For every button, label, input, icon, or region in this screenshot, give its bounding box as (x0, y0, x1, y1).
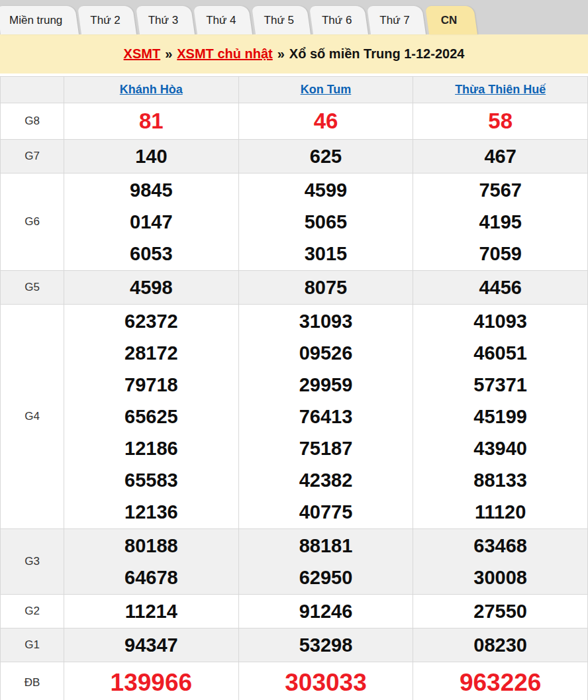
result-cell: 53298 (238, 628, 413, 662)
tab-thu-7[interactable]: Thứ 7 (368, 6, 420, 34)
result-number: 5065 (239, 206, 413, 238)
result-number: 76413 (239, 401, 413, 432)
tab-thu-2[interactable]: Thứ 2 (79, 6, 131, 34)
result-number: 28172 (64, 337, 238, 369)
result-number: 65583 (64, 464, 238, 496)
result-number: 4599 (239, 174, 413, 206)
result-number: 7059 (413, 238, 587, 270)
result-number: 4598 (64, 272, 238, 303)
result-cell: 46 (238, 103, 413, 140)
result-number: 41093 (413, 305, 587, 337)
result-cell: 6346830008 (413, 529, 588, 595)
prize-label: G8 (1, 103, 64, 140)
result-cell: 984501476053 (64, 174, 239, 271)
result-number: 63468 (413, 530, 587, 562)
result-number: 27550 (413, 595, 587, 627)
result-number: 75187 (239, 432, 413, 464)
result-cell: 91246 (238, 595, 413, 628)
result-number: 62372 (64, 305, 238, 337)
result-cell: 467 (413, 140, 588, 174)
result-number: 467 (413, 140, 587, 172)
tab-label: Miền trung (9, 14, 62, 27)
result-number: 46 (239, 105, 413, 137)
breadcrumb: XSMT»XSMT chủ nhật»Xổ số miền Trung 1-12… (0, 34, 588, 74)
tab-label: Thứ 3 (148, 14, 178, 27)
tab-thu-6[interactable]: Thứ 6 (311, 6, 363, 34)
prize-row-g8: G8814658 (1, 103, 588, 140)
results-table: Khánh HòaKon TumThừa Thiên Huế G8814658G… (0, 76, 588, 700)
result-cell: 4598 (64, 271, 239, 305)
result-number: 140 (64, 140, 238, 172)
result-cell: 459950653015 (238, 174, 413, 271)
result-cell: 625 (238, 140, 413, 174)
prize-row-g7: G7140625467 (1, 140, 588, 174)
result-number: 58 (413, 105, 587, 137)
results-body: G8814658G7140625467G69845014760534599506… (1, 103, 588, 700)
tab-bar: Miền trungThứ 2Thứ 3Thứ 4Thứ 5Thứ 6Thứ 7… (0, 0, 588, 34)
province-link[interactable]: Khánh Hòa (120, 83, 183, 96)
prize-row-g2: G2112149124627550 (1, 595, 588, 628)
breadcrumb-separator: » (277, 46, 285, 62)
breadcrumb-link[interactable]: XSMT (124, 46, 161, 62)
result-number: 09526 (239, 337, 413, 369)
tab-label: Thứ 2 (90, 14, 120, 27)
result-number: 64678 (64, 562, 238, 593)
tab-mien-trung[interactable]: Miền trung (0, 6, 74, 34)
result-cell: 8018864678 (64, 529, 239, 595)
prize-row-g5: G5459880754456 (1, 271, 588, 305)
result-number: 12136 (64, 496, 238, 528)
province-link[interactable]: Kon Tum (301, 83, 352, 96)
result-number: 46051 (413, 337, 587, 369)
prize-label: G2 (1, 595, 64, 628)
result-cell: 8818162950 (238, 529, 413, 595)
result-number: 30008 (413, 562, 587, 593)
result-cell: 303033 (238, 662, 413, 700)
result-cell: 11214 (64, 595, 239, 628)
prize-row-g4: G462372281727971865625121866558312136310… (1, 305, 588, 529)
prize-label: G4 (1, 305, 64, 529)
tab-cn[interactable]: CN (426, 6, 472, 34)
tab-thu-3[interactable]: Thứ 3 (137, 6, 189, 34)
province-header: Kon Tum (238, 77, 413, 103)
result-number: 08230 (413, 629, 587, 661)
result-cell: 81 (64, 103, 239, 140)
prize-label: ĐB (1, 662, 64, 700)
result-number: 29959 (239, 369, 413, 401)
result-number: 88133 (413, 464, 587, 496)
result-number: 65625 (64, 401, 238, 432)
result-number: 625 (239, 140, 413, 172)
tab-label: Thứ 4 (206, 14, 236, 27)
prize-label: G1 (1, 628, 64, 662)
result-number: 43940 (413, 432, 587, 464)
tab-label: CN (441, 14, 458, 27)
result-number: 11214 (64, 595, 238, 627)
result-cell: 08230 (413, 628, 588, 662)
result-number: 79718 (64, 369, 238, 401)
result-number: 91246 (239, 595, 413, 627)
result-number: 45199 (413, 401, 587, 432)
result-number: 31093 (239, 305, 413, 337)
province-header-row: Khánh HòaKon TumThừa Thiên Huế (1, 77, 588, 103)
result-cell: 94347 (64, 628, 239, 662)
result-number: 88181 (239, 530, 413, 562)
prize-row-g6: G6984501476053459950653015756741957059 (1, 174, 588, 271)
result-number: 3015 (239, 238, 413, 270)
tab-thu-5[interactable]: Thứ 5 (253, 6, 305, 34)
result-number: 9845 (64, 174, 238, 206)
tab-thu-4[interactable]: Thứ 4 (195, 6, 247, 34)
prize-row-g3: G3801886467888181629506346830008 (1, 529, 588, 595)
prize-row-g1: G1943475329808230 (1, 628, 588, 662)
page-title: Xổ số miền Trung 1-12-2024 (289, 46, 465, 62)
province-link[interactable]: Thừa Thiên Huế (455, 83, 546, 96)
result-cell: 58 (413, 103, 588, 140)
result-number: 57371 (413, 369, 587, 401)
breadcrumb-link[interactable]: XSMT chủ nhật (177, 46, 272, 62)
result-cell: 62372281727971865625121866558312136 (64, 305, 239, 529)
result-number: 7567 (413, 174, 587, 206)
result-number: 4456 (413, 272, 587, 303)
result-cell: 4456 (413, 271, 588, 305)
result-number: 963226 (413, 663, 587, 700)
result-cell: 41093460515737145199439408813311120 (413, 305, 588, 529)
result-number: 4195 (413, 206, 587, 238)
result-number: 139966 (64, 663, 238, 700)
